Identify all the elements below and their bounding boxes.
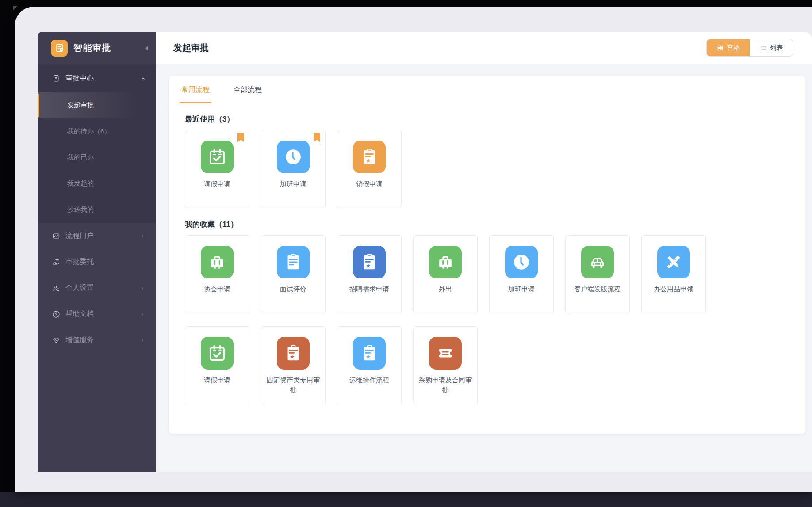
- flow-card[interactable]: 加班申请: [261, 130, 326, 208]
- flow-card-label: 请假申请: [200, 179, 234, 189]
- flow-card-label: 办公用品申领: [650, 284, 697, 294]
- briefcase-icon: [207, 252, 227, 272]
- sidebar-collapse-icon[interactable]: [145, 46, 148, 50]
- grid-icon: [716, 44, 724, 52]
- flow-card[interactable]: 请假申请: [185, 130, 249, 208]
- flows-panel: 常用流程 全部流程 最近使用（3） 请假申请: [169, 76, 805, 434]
- sidebar-item-label: 发起审批: [67, 101, 94, 110]
- page-title: 发起审批: [173, 42, 209, 54]
- sidebar-item-label: 个人设置: [65, 283, 94, 293]
- flow-card-label: 加班申请: [504, 284, 539, 294]
- clipboard-star-icon: [283, 343, 303, 363]
- sidebar-item-label: 抄送我的: [67, 206, 94, 214]
- flow-icon-tile: [353, 246, 386, 278]
- bottom-strip: [0, 492, 812, 507]
- recent-grid: 请假申请 加班申请 销假申请: [169, 124, 805, 208]
- tab-common-flows[interactable]: 常用流程: [180, 85, 211, 103]
- chevron-right-icon: [139, 311, 146, 317]
- flow-card-label: 外出: [435, 284, 456, 294]
- sidebar-item-cc-to-me[interactable]: 抄送我的: [38, 197, 156, 223]
- chevron-right-icon: [139, 233, 146, 239]
- clock-icon: [511, 252, 532, 272]
- sidebar-item-help-docs[interactable]: 帮助文档: [38, 301, 156, 327]
- flow-card-label: 销假申请: [352, 179, 387, 189]
- clipboard-star-icon: [359, 147, 379, 167]
- favorites-grid-row-2: 请假申请 固定资产类专用审批 运维操作流程: [169, 313, 805, 404]
- sidebar-item-my-initiated[interactable]: 我发起的: [38, 171, 156, 197]
- flow-card-label: 固定资产类专用审批: [261, 375, 325, 395]
- tab-all-flows[interactable]: 全部流程: [232, 85, 264, 103]
- flow-card[interactable]: 客户端发版流程: [565, 235, 630, 313]
- flow-card[interactable]: 办公用品申领: [641, 235, 706, 313]
- favorites-grid-row-1: 协会申请 面试评价 招聘需求申请: [169, 229, 805, 313]
- flow-icon-tile: [353, 141, 386, 173]
- section-title-recent: 最近使用（3）: [185, 114, 805, 124]
- ruler-pencil-icon: [663, 252, 684, 272]
- page-header: 发起审批 宫格 列表: [156, 32, 812, 64]
- ticket-icon: [435, 343, 456, 363]
- help-icon: [52, 310, 61, 319]
- sidebar-item-label: 审批委托: [65, 257, 94, 267]
- sidebar-item-approval-center[interactable]: 审批中心: [38, 64, 156, 92]
- flow-card[interactable]: 加班申请: [489, 235, 554, 313]
- sidebar-item-my-todo[interactable]: 我的待办（6）: [38, 118, 156, 145]
- flow-icon-tile: [505, 246, 538, 278]
- bookmark-icon[interactable]: [314, 133, 320, 142]
- flow-card[interactable]: 销假申请: [337, 130, 402, 208]
- sidebar-item-process-portal[interactable]: 流程门户: [38, 223, 156, 249]
- bookmark-icon[interactable]: [237, 133, 244, 142]
- flow-card-label: 请假申请: [200, 375, 234, 385]
- flow-card[interactable]: 固定资产类专用审批: [261, 326, 326, 404]
- flow-card[interactable]: 运维操作流程: [337, 326, 402, 404]
- sidebar-item-label: 增值服务: [65, 335, 94, 345]
- clipboard-icon: [52, 74, 61, 83]
- sidebar-item-value-added-services[interactable]: 增值服务: [38, 327, 156, 353]
- grid-view-button[interactable]: 宫格: [707, 39, 750, 56]
- flow-card-label: 招聘需求申请: [345, 284, 393, 294]
- brand: 智能审批: [38, 32, 156, 64]
- flow-icon-tile: [429, 337, 462, 370]
- flow-card[interactable]: 采购申请及合同审批: [413, 326, 478, 404]
- approval-doc-check-icon: [54, 42, 65, 54]
- clipboard-star-icon: [359, 343, 379, 363]
- sidebar-item-my-done[interactable]: 我的已办: [38, 145, 156, 171]
- portal-chart-icon: [52, 232, 61, 240]
- sidebar-item-personal-settings[interactable]: 个人设置: [38, 275, 156, 301]
- section-title-favorites: 我的收藏（11）: [185, 219, 805, 229]
- flow-icon-tile: [429, 246, 462, 278]
- flow-card[interactable]: 协会申请: [185, 235, 249, 313]
- flow-card-label: 加班申请: [276, 179, 310, 189]
- sidebar-item-label: 流程门户: [65, 231, 94, 240]
- flow-card[interactable]: 请假申请: [185, 326, 249, 404]
- brand-title: 智能审批: [73, 42, 111, 54]
- calendar-check-icon: [207, 343, 227, 363]
- sidebar-item-approval-delegation[interactable]: 审批委托: [38, 249, 156, 275]
- main-area: 发起审批 宫格 列表 常用流程 全部流程 最近使用（3）: [156, 32, 812, 472]
- flow-card[interactable]: 外出: [413, 235, 478, 313]
- list-view-button[interactable]: 列表: [750, 39, 793, 56]
- flow-icon-tile: [277, 141, 310, 173]
- sidebar-item-label: 我的已办: [67, 153, 94, 162]
- sidebar-item-label: 我发起的: [67, 179, 94, 188]
- sidebar-item-label: 我的待办（6）: [67, 127, 111, 136]
- chevron-right-icon: [139, 337, 146, 343]
- list-view-label: 列表: [770, 44, 783, 52]
- app-logo: [51, 40, 68, 57]
- flow-card-label: 客户端发版流程: [571, 284, 625, 294]
- flow-icon-tile: [201, 141, 234, 173]
- value-added-icon: [52, 336, 61, 345]
- car-icon: [587, 252, 608, 272]
- flow-card[interactable]: 招聘需求申请: [337, 235, 402, 313]
- flow-card[interactable]: 面试评价: [261, 235, 326, 313]
- sidebar: 智能审批 审批中心 发起审批 我的待办（6） 我的已办 我发起的 抄送我的: [38, 32, 156, 472]
- flow-icon-tile: [201, 337, 234, 370]
- flow-card-label: 面试评价: [276, 284, 310, 294]
- person-settings-icon: [52, 284, 61, 293]
- clock-icon: [283, 147, 303, 167]
- sidebar-item-initiate-approval[interactable]: 发起审批: [38, 92, 156, 118]
- flow-icon-tile: [201, 246, 234, 278]
- list-icon: [759, 44, 767, 52]
- flow-icon-tile: [353, 337, 386, 370]
- view-toggle: 宫格 列表: [706, 39, 793, 57]
- briefcase-icon: [435, 252, 456, 272]
